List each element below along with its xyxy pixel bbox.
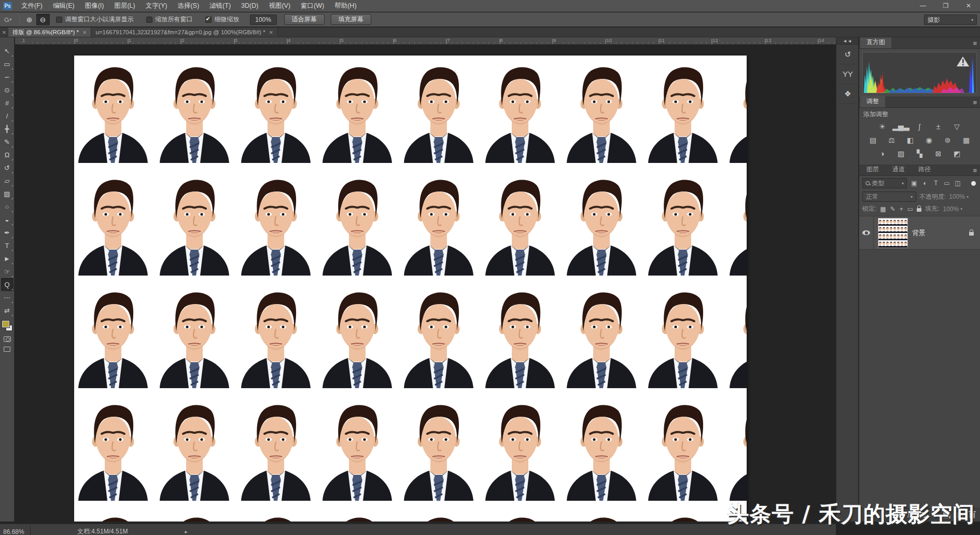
filter-toggle-icon[interactable] bbox=[971, 181, 976, 186]
fit-screen-button[interactable]: 适合屏幕 bbox=[284, 14, 325, 25]
selective-color-icon[interactable]: ⊠ bbox=[932, 148, 945, 159]
hidden-tab-close-icon[interactable]: ✕ bbox=[0, 28, 8, 37]
menu-item[interactable]: 窗口(W) bbox=[296, 0, 329, 12]
app-icon[interactable]: Ps bbox=[3, 2, 12, 10]
zoom-in-button[interactable]: ⊕ bbox=[23, 14, 36, 25]
path-selection-tool[interactable]: ► bbox=[1, 252, 13, 265]
status-options-arrow-icon[interactable]: ▸ bbox=[185, 529, 187, 534]
filter-type-layers-icon[interactable]: T bbox=[931, 179, 941, 188]
curves-icon[interactable]: ∫ bbox=[913, 121, 927, 132]
menu-item[interactable]: 图层(L) bbox=[109, 0, 140, 12]
layers-panel-tab[interactable]: 图层 bbox=[860, 163, 885, 175]
layer-list-empty-area[interactable] bbox=[859, 250, 980, 515]
zoom-percent-field[interactable]: 100% bbox=[250, 15, 277, 25]
posterize-icon[interactable]: ▨ bbox=[894, 148, 908, 159]
layer-name[interactable]: 背景 bbox=[912, 228, 926, 238]
menu-item[interactable]: 图像(I) bbox=[80, 0, 109, 12]
lock-all-icon[interactable] bbox=[917, 208, 921, 212]
history-panel-icon[interactable]: ↺ bbox=[836, 45, 859, 64]
brush-tool[interactable]: ✎ bbox=[1, 135, 13, 148]
filter-pixel-layers-icon[interactable]: ▣ bbox=[909, 179, 919, 188]
tool-preset-picker[interactable]: Q ▾ bbox=[0, 17, 16, 23]
canvas-pasteboard[interactable] bbox=[15, 45, 836, 522]
minimize-button[interactable]: — bbox=[912, 0, 934, 12]
dodge-tool[interactable]: ◒ bbox=[1, 213, 13, 226]
panel-menu-icon[interactable]: ≡ bbox=[973, 167, 977, 174]
zoom-out-button[interactable]: ⊖ bbox=[36, 14, 50, 25]
zoom-tool[interactable]: Q bbox=[1, 278, 13, 291]
collapse-panels-icon[interactable]: ◄◄ bbox=[836, 37, 858, 45]
color-lookup-icon[interactable]: ▦ bbox=[960, 135, 973, 145]
close-button[interactable]: ✕ bbox=[957, 0, 980, 12]
background-layer-row[interactable]: 背景 bbox=[859, 216, 980, 250]
option-checkbox[interactable]: 调整窗口大小以满屏显示 bbox=[56, 15, 134, 24]
marquee-tool[interactable]: ▭ bbox=[1, 58, 13, 71]
screen-mode-button[interactable] bbox=[2, 344, 13, 354]
hand-tool[interactable]: ☞ bbox=[1, 265, 13, 278]
fill-screen-button[interactable]: 填充屏幕 bbox=[331, 14, 371, 25]
filter-shape-layers-icon[interactable]: ▭ bbox=[942, 179, 951, 188]
history-brush-tool[interactable]: ↺ bbox=[1, 161, 13, 174]
move-tool[interactable]: ↖ bbox=[1, 45, 13, 58]
tab-histogram[interactable]: 直方图 bbox=[860, 36, 891, 48]
filter-smart-objects-icon[interactable]: ◫ bbox=[953, 179, 962, 188]
crop-tool[interactable]: # bbox=[1, 97, 13, 109]
option-checkbox[interactable]: 细微缩放 bbox=[205, 15, 240, 24]
menu-item[interactable]: 帮助(H) bbox=[329, 0, 361, 12]
menu-item[interactable]: 文字(Y) bbox=[141, 0, 173, 12]
gradient-map-icon[interactable]: ◩ bbox=[950, 148, 964, 159]
menu-item[interactable]: 滤镜(T) bbox=[204, 0, 236, 12]
color-balance-icon[interactable]: ⚖ bbox=[885, 135, 899, 145]
layer-thumbnail[interactable] bbox=[878, 218, 908, 248]
blend-mode-dropdown[interactable]: 正常 ▾ bbox=[862, 191, 916, 202]
brightness-contrast-icon[interactable]: ☀ bbox=[876, 121, 889, 132]
healing-brush-tool[interactable]: ╋ bbox=[1, 122, 13, 135]
layers-panel-tab[interactable]: 路径 bbox=[912, 163, 937, 175]
layer-visibility-toggle[interactable] bbox=[859, 216, 874, 249]
tab-close-icon[interactable]: ✕ bbox=[269, 30, 273, 35]
properties-3d-panel-icon[interactable]: ❖ bbox=[836, 84, 859, 104]
tab-adjustments[interactable]: 调整 bbox=[860, 95, 885, 107]
layers-panel-tab[interactable]: 通道 bbox=[886, 163, 911, 175]
lock-pixels-icon[interactable]: ✎ bbox=[890, 205, 895, 213]
document-canvas[interactable] bbox=[74, 56, 747, 522]
photo-filter-icon[interactable]: ◉ bbox=[922, 135, 936, 145]
lock-position-icon[interactable]: + bbox=[900, 205, 903, 213]
tab-close-icon[interactable]: ✕ bbox=[82, 30, 87, 35]
vibrance-icon[interactable]: ▽ bbox=[950, 121, 964, 132]
hue-saturation-icon[interactable]: ▤ bbox=[866, 135, 880, 145]
menu-item[interactable]: 3D(D) bbox=[236, 0, 263, 12]
black-white-icon[interactable]: ◧ bbox=[904, 135, 917, 145]
status-zoom-level[interactable]: 86.68% bbox=[0, 528, 30, 535]
clone-stamp-tool[interactable]: Ω bbox=[1, 148, 13, 161]
yy-plugin-icon[interactable]: YY bbox=[836, 64, 859, 84]
menu-item[interactable]: 选择(S) bbox=[172, 0, 204, 12]
panel-menu-icon[interactable]: ≡ bbox=[973, 99, 977, 106]
pen-tool[interactable]: ✒ bbox=[1, 226, 13, 239]
quick-mask-button[interactable] bbox=[2, 334, 13, 344]
exposure-icon[interactable]: ± bbox=[932, 121, 945, 132]
eyedropper-tool[interactable]: / bbox=[1, 109, 13, 122]
document-tab[interactable]: u=1667917041,32321927&fm=27&gp=0.jpg @ 1… bbox=[91, 28, 278, 37]
restore-button[interactable]: ❐ bbox=[934, 0, 957, 12]
color-swatches[interactable] bbox=[2, 320, 13, 332]
filter-adjustment-layers-icon[interactable]: ◐ bbox=[920, 179, 930, 188]
type-tool[interactable]: T bbox=[1, 239, 13, 252]
fill-value[interactable]: 100% ▾ bbox=[943, 205, 962, 213]
panel-menu-icon[interactable]: ≡ bbox=[973, 39, 977, 47]
blur-tool[interactable]: ○ bbox=[1, 200, 13, 213]
opacity-value[interactable]: 100% ▾ bbox=[949, 193, 969, 200]
foreground-color-swatch[interactable] bbox=[2, 321, 9, 327]
edit-toolbar[interactable]: ⋯ bbox=[1, 291, 13, 304]
eraser-tool[interactable]: ▱ bbox=[1, 174, 13, 187]
layer-filter-type-dropdown[interactable]: Q 类型 ▾ bbox=[862, 178, 907, 188]
menu-item[interactable]: 视图(V) bbox=[263, 0, 296, 12]
lock-artboard-icon[interactable]: ▭ bbox=[907, 205, 913, 213]
channel-mixer-icon[interactable]: ⊚ bbox=[941, 135, 955, 145]
invert-icon[interactable]: ◑ bbox=[876, 148, 889, 159]
gradient-tool[interactable]: ▨ bbox=[1, 187, 13, 200]
lasso-tool[interactable]: ∽ bbox=[1, 71, 13, 84]
document-tab[interactable]: 排版 @ 86.6%(RGB/8*) * ✕ bbox=[8, 28, 91, 37]
swap-colors[interactable]: ⇄ bbox=[1, 304, 13, 317]
option-checkbox[interactable]: 缩放所有窗口 bbox=[146, 15, 193, 24]
